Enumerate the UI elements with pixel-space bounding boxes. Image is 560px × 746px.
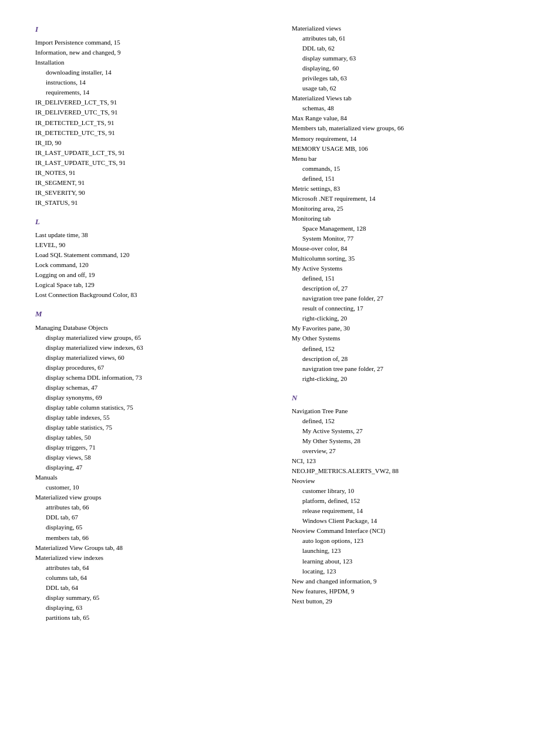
- index-entry: My Other Systems: [292, 333, 525, 343]
- index-entry: Materialized view groups: [35, 492, 268, 502]
- left-column: IImport Persistence command, 15Informati…: [35, 23, 268, 623]
- index-entry: IR_DELIVERED_UTC_TS, 91: [35, 107, 268, 117]
- index-entry: Neoview Command Interface (NCI): [292, 526, 525, 536]
- index-entry: privileges tab, 63: [292, 73, 525, 83]
- index-entry: display summary, 63: [292, 53, 525, 63]
- index-entry: display summary, 65: [35, 593, 268, 603]
- index-entry: Logical Space tab, 129: [35, 280, 268, 290]
- index-entry: New features, HPDM, 9: [292, 586, 525, 596]
- index-entry: platform, defined, 152: [292, 496, 525, 506]
- index-entry: attributes tab, 64: [35, 563, 268, 573]
- index-entry: Manuals: [35, 472, 268, 482]
- index-entry: System Monitor, 77: [292, 234, 525, 244]
- index-entry: IR_SEGMENT, 91: [35, 178, 268, 188]
- index-entry: attributes tab, 66: [35, 502, 268, 512]
- page-container: IImport Persistence command, 15Informati…: [35, 23, 525, 623]
- index-entry: IR_DETECTED_UTC_TS, 91: [35, 128, 268, 138]
- index-entry: Load SQL Statement command, 120: [35, 250, 268, 260]
- index-entry: Members tab, materialized view groups, 6…: [292, 123, 525, 133]
- index-entry: IR_STATUS, 91: [35, 198, 268, 208]
- index-entry: display table statistics, 75: [35, 423, 268, 433]
- index-entry: Managing Database Objects: [35, 323, 268, 333]
- index-entry: description of, 28: [292, 354, 525, 364]
- index-entry: Navigation Tree Pane: [292, 406, 525, 416]
- index-entry: Last update time, 38: [35, 230, 268, 240]
- index-entry: IR_LAST_UPDATE_UTC_TS, 91: [35, 158, 268, 168]
- index-entry: DDL tab, 64: [35, 583, 268, 593]
- index-entry: Mouse-over color, 84: [292, 244, 525, 254]
- index-entry: defined, 152: [292, 416, 525, 426]
- index-entry: columns tab, 64: [35, 573, 268, 583]
- index-entry: display views, 58: [35, 453, 268, 463]
- index-entry: Metric settings, 83: [292, 184, 525, 194]
- index-entry: MEMORY USAGE MB, 106: [292, 144, 525, 154]
- index-entry: display tables, 50: [35, 433, 268, 443]
- index-entry: Microsoft .NET requirement, 14: [292, 194, 525, 204]
- index-entry: Monitoring area, 25: [292, 204, 525, 214]
- index-entry: Memory requirement, 14: [292, 134, 525, 144]
- index-entry: Materialized views: [292, 23, 525, 33]
- index-entry: commands, 15: [292, 164, 525, 174]
- index-entry: customer, 10: [35, 482, 268, 492]
- index-entry: defined, 151: [292, 174, 525, 184]
- index-entry: IR_SEVERITY, 90: [35, 188, 268, 198]
- index-entry: display table indexes, 55: [35, 413, 268, 423]
- index-entry: Materialized view indexes: [35, 553, 268, 563]
- section-letter-l: L: [35, 216, 268, 228]
- index-entry: displaying, 47: [35, 463, 268, 472]
- index-entry: display procedures, 67: [35, 363, 268, 373]
- index-entry: Space Management, 128: [292, 224, 525, 234]
- index-entry: auto logon options, 123: [292, 536, 525, 546]
- index-entry: New and changed information, 9: [292, 576, 525, 586]
- index-entry: Multicolumn sorting, 35: [292, 254, 525, 264]
- index-entry: partitions tab, 65: [35, 613, 268, 623]
- index-entry: Materialized View Groups tab, 48: [35, 543, 268, 553]
- index-entry: requirements, 14: [35, 87, 268, 97]
- index-entry: Lost Connection Background Color, 83: [35, 290, 268, 300]
- index-entry: NCI, 123: [292, 456, 525, 466]
- index-entry: display materialized view indexes, 63: [35, 343, 268, 353]
- index-entry: NEO.HP_METRICS.ALERTS_VW2, 88: [292, 466, 525, 476]
- right-column: Materialized viewsattributes tab, 61DDL …: [292, 23, 525, 623]
- index-entry: display schemas, 47: [35, 383, 268, 393]
- index-entry: Installation: [35, 58, 268, 67]
- index-entry: learning about, 123: [292, 556, 525, 566]
- index-entry: Logging on and off, 19: [35, 270, 268, 280]
- index-entry: Materialized Views tab: [292, 93, 525, 103]
- index-entry: display synonyms, 69: [35, 393, 268, 403]
- index-entry: result of connecting, 17: [292, 303, 525, 313]
- index-entry: display table column statistics, 75: [35, 403, 268, 413]
- index-entry: IR_NOTES, 91: [35, 168, 268, 178]
- index-entry: defined, 151: [292, 274, 525, 283]
- index-entry: instructions, 14: [35, 77, 268, 87]
- index-entry: attributes tab, 61: [292, 33, 525, 43]
- index-entry: members tab, 66: [35, 533, 268, 543]
- index-entry: Neoview: [292, 476, 525, 486]
- index-entry: release requirement, 14: [292, 506, 525, 516]
- index-entry: schemas, 48: [292, 103, 525, 113]
- section-letter-n: N: [292, 392, 525, 404]
- index-entry: overview, 27: [292, 446, 525, 456]
- index-entry: displaying, 65: [35, 522, 268, 532]
- index-entry: My Active Systems: [292, 264, 525, 274]
- index-entry: IR_ID, 90: [35, 138, 268, 148]
- index-entry: displaying, 60: [292, 63, 525, 73]
- index-entry: description of, 27: [292, 283, 525, 293]
- index-entry: IR_DELIVERED_LCT_TS, 91: [35, 97, 268, 107]
- index-entry: LEVEL, 90: [35, 240, 268, 250]
- index-entry: launching, 123: [292, 546, 525, 556]
- index-entry: usage tab, 62: [292, 83, 525, 93]
- index-entry: My Other Systems, 28: [292, 436, 525, 446]
- index-entry: navigration tree pane folder, 27: [292, 364, 525, 374]
- index-entry: Windows Client Package, 14: [292, 516, 525, 526]
- index-entry: Menu bar: [292, 154, 525, 164]
- index-entry: downloading installer, 14: [35, 67, 268, 77]
- index-entry: display materialized views, 60: [35, 353, 268, 363]
- section-letter-m: M: [35, 308, 268, 320]
- index-entry: Max Range value, 84: [292, 113, 525, 123]
- index-entry: display materialized view groups, 65: [35, 333, 268, 343]
- index-entry: Information, new and changed, 9: [35, 48, 268, 58]
- index-entry: right-clicking, 20: [292, 374, 525, 384]
- index-entry: My Active Systems, 27: [292, 426, 525, 436]
- index-entry: navigration tree pane folder, 27: [292, 293, 525, 303]
